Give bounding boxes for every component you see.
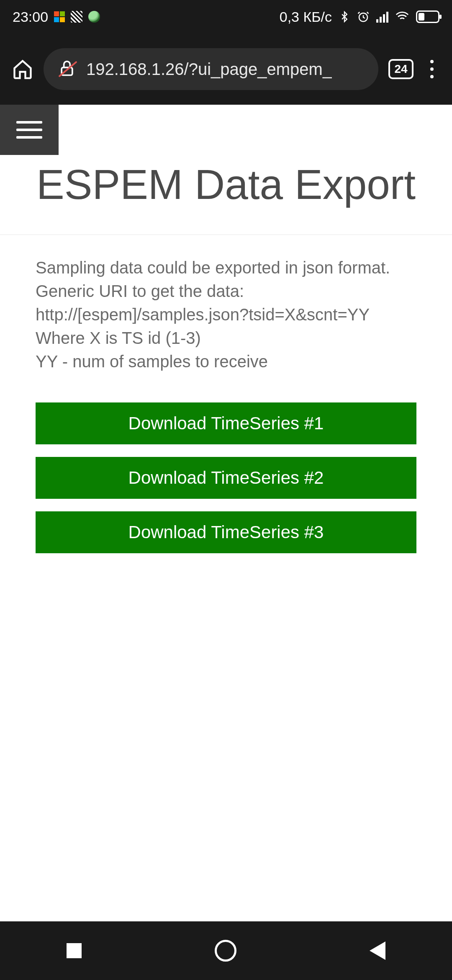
wifi-icon xyxy=(395,10,409,24)
home-nav-button[interactable] xyxy=(215,940,236,962)
browser-menu-button[interactable] xyxy=(424,57,440,82)
menu-button[interactable] xyxy=(0,105,59,155)
page-content: ESPEM Data Export Sampling data could be… xyxy=(0,105,452,921)
recents-button[interactable] xyxy=(67,943,82,958)
tab-count-value: 24 xyxy=(394,62,407,76)
home-button[interactable] xyxy=(12,58,33,80)
battery-icon xyxy=(416,10,439,23)
android-nav-bar xyxy=(0,921,452,980)
app-icon-grid xyxy=(54,11,65,22)
back-button[interactable] xyxy=(370,941,385,960)
network-speed: 0,3 КБ/с xyxy=(280,9,332,25)
address-bar[interactable]: 192.168.1.26/?ui_page_empem_ xyxy=(44,48,378,90)
alarm-icon xyxy=(357,10,370,23)
download-buttons: Download TimeSeries #1 Download TimeSeri… xyxy=(0,390,452,566)
url-text: 192.168.1.26/?ui_page_empem_ xyxy=(86,60,332,79)
signal-icon xyxy=(376,11,388,23)
bluetooth-icon xyxy=(339,11,350,23)
page-description: Sampling data could be exported in json … xyxy=(0,235,452,390)
tab-switcher-button[interactable]: 24 xyxy=(388,59,413,79)
status-left: 23:00 xyxy=(13,9,100,25)
status-time: 23:00 xyxy=(13,9,48,25)
status-right: 0,3 КБ/с xyxy=(280,9,439,25)
insecure-lock-icon xyxy=(58,59,76,79)
browser-toolbar: 192.168.1.26/?ui_page_empem_ 24 xyxy=(0,34,452,105)
download-ts3-button[interactable]: Download TimeSeries #3 xyxy=(36,511,416,553)
download-ts1-button[interactable]: Download TimeSeries #1 xyxy=(36,402,416,444)
app-icon-hatch xyxy=(71,11,82,23)
app-icon-globe xyxy=(88,11,100,23)
page-title: ESPEM Data Export xyxy=(0,105,452,235)
status-bar: 23:00 0,3 КБ/с xyxy=(0,0,452,34)
download-ts2-button[interactable]: Download TimeSeries #2 xyxy=(36,457,416,499)
